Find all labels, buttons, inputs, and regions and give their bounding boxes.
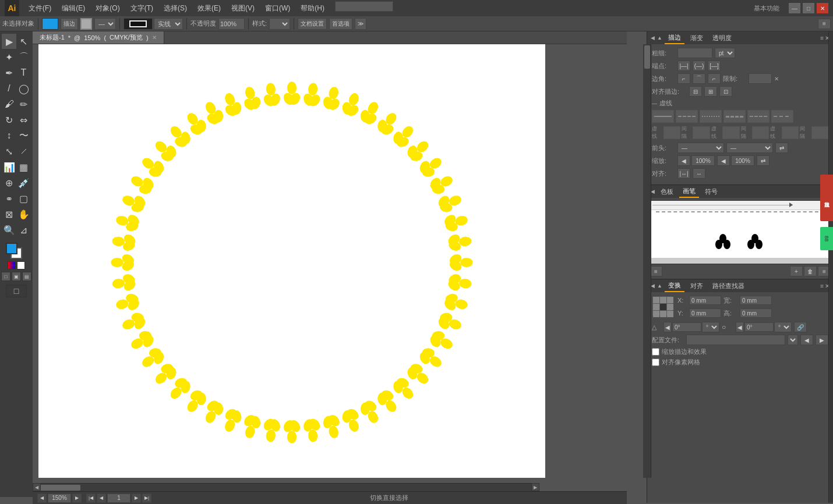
transform-menu-icon[interactable]: ≡ [820, 283, 824, 289]
slice-button[interactable]: ⊠ [2, 207, 16, 222]
align-outside-button[interactable]: ⊡ [719, 86, 732, 97]
menu-select[interactable]: 选择(S) [159, 1, 192, 16]
style-select[interactable] [269, 18, 290, 30]
cap-square-button[interactable]: [—] [708, 61, 721, 71]
dash-style-4[interactable] [723, 110, 746, 123]
stroke-color-box[interactable] [80, 18, 92, 30]
dash-style-5[interactable] [747, 110, 770, 123]
menu-help[interactable]: 帮助(H) [296, 1, 329, 16]
panel-toggle-icon[interactable]: ≡ [818, 19, 831, 29]
column-graph-button[interactable]: ▦ [16, 159, 31, 175]
scale-end-dec[interactable]: ◀ [717, 155, 730, 166]
gap-val-1[interactable] [693, 126, 710, 139]
stroke-width-select[interactable]: — [94, 18, 116, 30]
ref-br[interactable] [667, 311, 673, 317]
ref-bc[interactable] [660, 311, 666, 317]
shear-unit-select[interactable]: ° [774, 322, 792, 332]
align-end-butt[interactable]: |↔| [677, 168, 690, 179]
scale-link-button[interactable]: ⇄ [757, 155, 770, 166]
h-input[interactable] [740, 308, 772, 318]
brush-delete-button[interactable]: 🗑 [804, 266, 817, 276]
scroll-left-button[interactable]: ◀ [33, 483, 41, 491]
transform-tab[interactable]: 变换 [665, 280, 684, 292]
reference-point-grid[interactable] [652, 296, 673, 317]
stroke-weight-unit-select[interactable]: pt [715, 48, 735, 58]
zoom-input[interactable] [48, 494, 71, 503]
page-prev-button[interactable]: ◀ [97, 494, 106, 503]
warp-button[interactable]: 〜 [16, 128, 31, 143]
angle-unit-select[interactable]: ° [702, 322, 719, 332]
opacity-input[interactable] [218, 18, 245, 30]
text-tool-button[interactable]: T [16, 65, 31, 80]
stroke-panel-collapse-icon2[interactable]: ▲ [657, 35, 662, 41]
ref-tl[interactable] [653, 297, 659, 303]
pen-tool-button[interactable]: ✒ [2, 65, 16, 80]
zoom-inc-button[interactable]: ▶ [72, 494, 82, 503]
rotate-button[interactable]: ↻ [2, 112, 16, 127]
maximize-button[interactable]: □ [803, 3, 814, 13]
none-button[interactable] [17, 261, 25, 269]
cap-butt-button[interactable]: |—| [677, 61, 690, 71]
page-first-button[interactable]: |◀ [86, 494, 96, 503]
shear-button[interactable]: ⟋ [16, 144, 31, 159]
paintbrush-button[interactable]: 🖌 [2, 97, 16, 112]
close-button[interactable]: ✕ [817, 3, 828, 13]
stroke-type-select[interactable]: 实线 [154, 18, 183, 30]
h-scroll-thumb[interactable] [34, 485, 80, 491]
menu-effect[interactable]: 效果(E) [193, 1, 225, 16]
lasso-button[interactable]: ⌒ [16, 49, 31, 65]
align-center-button[interactable]: ⊟ [689, 86, 702, 97]
shear-dec-button[interactable]: ◀ [736, 322, 744, 332]
scale-start-value[interactable]: 100% [691, 155, 715, 166]
extra-button[interactable]: ⊿ [16, 222, 31, 237]
transform-panel-collapse2[interactable]: ▲ [657, 283, 662, 289]
zoom-dec-button[interactable]: ◀ [37, 494, 47, 503]
search-box[interactable] [335, 1, 393, 12]
transparency-tab[interactable]: 透明度 [709, 33, 735, 44]
pencil-button[interactable]: ✏ [16, 97, 31, 112]
scroll-right-button[interactable]: ▶ [531, 483, 539, 491]
dash-style-6[interactable] [771, 110, 793, 123]
ref-tc[interactable] [660, 297, 666, 303]
align-tab[interactable]: 对齐 [687, 281, 707, 292]
page-last-button[interactable]: ▶| [142, 494, 151, 503]
y-input[interactable] [689, 308, 721, 318]
corner-round-button[interactable]: ⌒ [693, 73, 705, 84]
normal-draw-button[interactable]: □ [1, 272, 10, 281]
green-promo-badge[interactable]: 88 [820, 227, 833, 250]
arrow-start-select[interactable]: — [677, 143, 724, 153]
scale-button[interactable]: ⤡ [2, 144, 16, 159]
menu-view[interactable]: 视图(V) [227, 1, 259, 16]
scale-stroke-checkbox[interactable] [652, 348, 659, 356]
align-end-extend[interactable]: ↔ [693, 168, 705, 179]
ellipse-tool-button[interactable]: ◯ [16, 81, 31, 96]
angle-dec-button[interactable]: ◀ [663, 322, 672, 332]
angle-input[interactable] [672, 322, 701, 332]
ref-mr[interactable] [667, 304, 673, 310]
dash-val-1[interactable] [663, 126, 680, 139]
brush-new-button[interactable]: + [790, 266, 803, 276]
stroke-panel-menu-icon[interactable]: ≡ [820, 35, 824, 41]
scale-start-dec[interactable]: ◀ [677, 155, 690, 166]
color-mode-button[interactable] [8, 261, 16, 269]
x-input[interactable] [689, 296, 721, 305]
scale-end-value[interactable]: 100% [731, 155, 754, 166]
graph-button[interactable]: 📊 [2, 159, 16, 175]
screen-mode-button[interactable]: □ [6, 285, 27, 297]
pathfinder-tab[interactable]: 路径查找器 [709, 281, 748, 292]
gap-val-3[interactable] [811, 126, 828, 139]
align-inside-button[interactable]: ⊞ [704, 86, 717, 97]
w-input[interactable] [740, 296, 772, 305]
document-tab-close[interactable]: ✕ [152, 34, 157, 41]
swatches-tab[interactable]: 色板 [657, 186, 677, 197]
config-select[interactable] [788, 335, 798, 345]
magic-wand-button[interactable]: ✦ [2, 49, 16, 65]
config-next-button[interactable]: ▶ [816, 335, 828, 345]
shear-input[interactable] [744, 322, 774, 332]
config-prev-button[interactable]: ◀ [800, 335, 813, 345]
ref-mc[interactable] [660, 304, 666, 310]
hand-button[interactable]: ✋ [16, 207, 31, 222]
red-promo-badge[interactable]: 点我加速 [820, 175, 833, 221]
brush-panel-collapse[interactable]: ◀ [651, 189, 655, 194]
symbols-tab[interactable]: 符号 [701, 186, 721, 197]
